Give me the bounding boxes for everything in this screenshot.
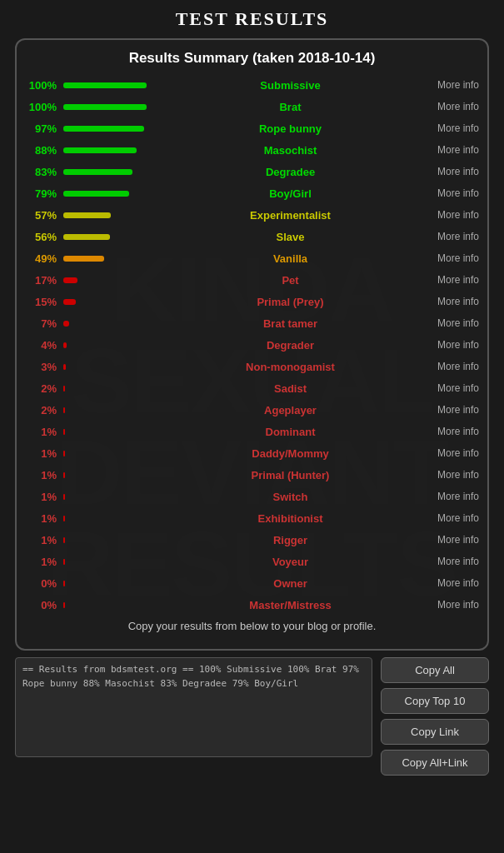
result-name: Pet [162, 274, 419, 287]
result-bar-container [63, 364, 155, 370]
summary-title: Results Summary (taken 2018-10-14) [25, 50, 479, 67]
result-name: Submissive [162, 79, 419, 92]
result-pct: 7% [25, 317, 57, 330]
result-row: 1% Daddy/Mommy More info [25, 443, 479, 463]
result-bar-container [63, 82, 155, 88]
result-bar-container [63, 191, 155, 197]
result-row: 97% Rope bunny More info [25, 118, 479, 138]
more-info-link[interactable]: More info [419, 209, 479, 221]
result-row: 0% Owner More info [25, 573, 479, 593]
more-info-link[interactable]: More info [419, 447, 479, 459]
result-bar [63, 472, 65, 478]
result-bar [63, 169, 132, 175]
result-name: Owner [162, 577, 419, 590]
result-bar [63, 429, 65, 435]
more-info-link[interactable]: More info [419, 79, 479, 91]
results-list: 100% Submissive More info 100% Brat More… [25, 75, 479, 615]
result-bar-container [63, 494, 155, 500]
result-name: Sadist [162, 382, 419, 395]
result-name: Ageplayer [162, 404, 419, 417]
results-card: Results Summary (taken 2018-10-14) 100% … [15, 38, 489, 651]
result-bar-container [63, 581, 155, 586]
result-pct: 0% [25, 577, 57, 590]
result-row: 7% Brat tamer More info [25, 313, 479, 333]
result-row: 3% Non-monogamist More info [25, 357, 479, 377]
result-pct: 56% [25, 231, 57, 243]
text-output[interactable]: == Results from bdsmtest.org == 100% Sub… [15, 657, 372, 757]
more-info-link[interactable]: More info [419, 252, 479, 264]
result-row: 1% Voyeur More info [25, 551, 479, 571]
result-bar-container [63, 169, 155, 175]
result-bar-container [63, 559, 155, 565]
result-row: 88% Masochist More info [25, 140, 479, 160]
result-bar [63, 256, 104, 262]
result-pct: 2% [25, 382, 57, 395]
result-row: 49% Vanilla More info [25, 248, 479, 268]
result-bar-container [63, 256, 155, 262]
more-info-link[interactable]: More info [419, 469, 479, 481]
result-row: 56% Slave More info [25, 227, 479, 247]
result-bar-container [63, 516, 155, 521]
result-name: Brat tamer [162, 317, 419, 330]
more-info-link[interactable]: More info [419, 491, 479, 502]
more-info-link[interactable]: More info [419, 512, 479, 524]
result-pct: 1% [25, 426, 57, 438]
result-bar [63, 212, 111, 218]
more-info-link[interactable]: More info [419, 426, 479, 437]
result-row: 1% Exhibitionist More info [25, 508, 479, 528]
more-info-link[interactable]: More info [419, 231, 479, 242]
more-info-link[interactable]: More info [419, 101, 479, 112]
result-row: 4% Degrader More info [25, 335, 479, 355]
result-pct: 88% [25, 144, 57, 157]
result-pct: 15% [25, 296, 57, 308]
result-name: Vanilla [162, 252, 419, 265]
copy-top10-button[interactable]: Copy Top 10 [381, 688, 489, 714]
result-name: Voyeur [162, 556, 419, 568]
result-pct: 1% [25, 491, 57, 503]
result-row: 15% Primal (Prey) More info [25, 292, 479, 312]
result-pct: 100% [25, 79, 57, 92]
result-name: Dominant [162, 426, 419, 438]
result-bar-container [63, 451, 155, 456]
result-pct: 1% [25, 556, 57, 568]
more-info-link[interactable]: More info [419, 599, 479, 611]
result-name: Non-monogamist [162, 361, 419, 373]
result-bar [63, 126, 144, 132]
result-pct: 83% [25, 166, 57, 178]
result-name: Degrader [162, 339, 419, 352]
copy-link-button[interactable]: Copy Link [381, 719, 489, 745]
more-info-link[interactable]: More info [419, 274, 479, 286]
more-info-link[interactable]: More info [419, 166, 479, 177]
more-info-link[interactable]: More info [419, 339, 479, 351]
result-pct: 100% [25, 101, 57, 113]
more-info-link[interactable]: More info [419, 361, 479, 372]
copy-all-link-button[interactable]: Copy All+Link [381, 750, 489, 776]
result-bar-container [63, 342, 155, 348]
result-pct: 57% [25, 209, 57, 222]
more-info-link[interactable]: More info [419, 404, 479, 416]
more-info-link[interactable]: More info [419, 556, 479, 567]
result-pct: 79% [25, 187, 57, 200]
more-info-link[interactable]: More info [419, 144, 479, 156]
result-bar-container [63, 104, 155, 110]
copy-buttons-group: Copy All Copy Top 10 Copy Link Copy All+… [381, 657, 489, 776]
more-info-link[interactable]: More info [419, 534, 479, 546]
result-bar [63, 494, 65, 500]
more-info-link[interactable]: More info [419, 382, 479, 394]
more-info-link[interactable]: More info [419, 317, 479, 329]
result-name: Daddy/Mommy [162, 447, 419, 460]
copy-all-button[interactable]: Copy All [381, 657, 489, 683]
result-row: 0% Master/Mistress More info [25, 595, 479, 615]
result-bar [63, 559, 65, 565]
result-row: 17% Pet More info [25, 270, 479, 290]
more-info-link[interactable]: More info [419, 187, 479, 199]
result-bar [63, 516, 65, 521]
more-info-link[interactable]: More info [419, 296, 479, 307]
more-info-link[interactable]: More info [419, 577, 479, 589]
more-info-link[interactable]: More info [419, 122, 479, 134]
result-bar-container [63, 472, 155, 478]
result-bar-container [63, 277, 155, 283]
result-bar-container [63, 321, 155, 327]
result-bar [63, 537, 65, 543]
result-name: Master/Mistress [162, 599, 419, 611]
